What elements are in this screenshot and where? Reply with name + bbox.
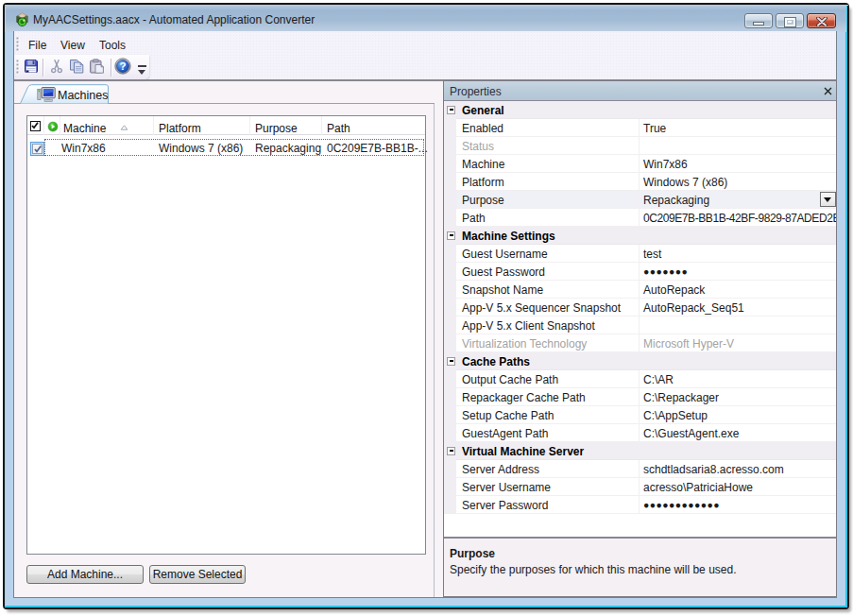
svg-text:?: ?	[119, 60, 126, 72]
